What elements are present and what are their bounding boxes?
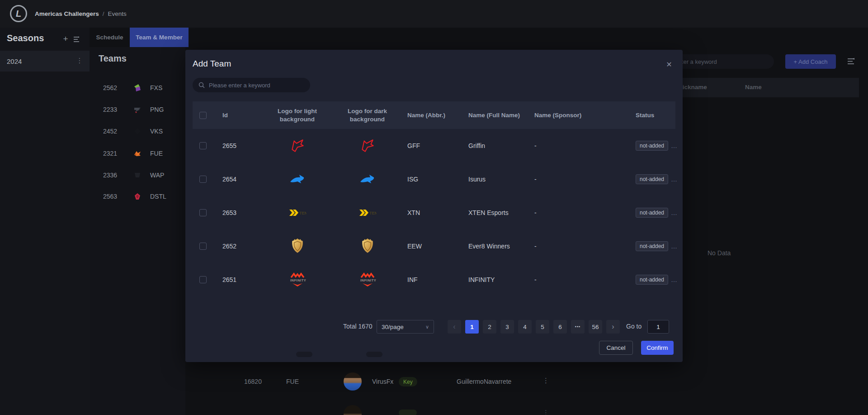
row-more-icon[interactable]: … xyxy=(671,209,678,216)
coach-filter-icon[interactable] xyxy=(847,58,856,65)
griffin-logo-dark-icon xyxy=(359,138,376,154)
table-row: 2655 GFF Griffin - not-added … xyxy=(193,129,675,162)
tab-schedule[interactable]: Schedule xyxy=(90,28,130,47)
team-abbr: VKS xyxy=(150,128,163,135)
row-more-icon[interactable]: … xyxy=(671,142,678,149)
status-badge: not-added xyxy=(636,174,668,184)
member-avatar xyxy=(344,372,362,391)
confirm-button[interactable]: Confirm xyxy=(641,341,674,355)
team-row-vks[interactable]: 2452 VKS xyxy=(90,120,185,142)
seasons-header: Seasons + xyxy=(0,28,90,51)
page-button-6[interactable]: 6 xyxy=(553,320,567,334)
modal-search-box xyxy=(193,78,310,92)
team-row-png[interactable]: 2233 PNG xyxy=(90,99,185,120)
member-kebab-icon[interactable]: ⋮ xyxy=(542,377,549,385)
cell-full: XTEN Esports xyxy=(457,209,524,216)
key-badge-partial xyxy=(399,410,417,415)
ever8-logo-light-icon xyxy=(289,238,306,255)
cell-full: Griffin xyxy=(457,142,524,149)
teams-panel-title: Teams xyxy=(99,53,127,64)
coach-empty-state: No Data xyxy=(708,249,731,257)
filter-seasons-icon[interactable] xyxy=(73,36,81,43)
tab-team-member[interactable]: Team & Member xyxy=(130,28,189,47)
cell-abbr: GFF xyxy=(398,142,457,149)
breadcrumb: Americas Challengers / Events xyxy=(35,0,127,28)
svg-text:TEN: TEN xyxy=(299,211,307,215)
select-all-checkbox[interactable] xyxy=(199,112,207,119)
team-id: 2233 xyxy=(103,106,117,113)
infinity-logo-light-icon: INFINITY xyxy=(288,271,307,288)
status-badge: not-added xyxy=(636,208,668,218)
ever8-logo-dark-icon xyxy=(359,238,376,255)
member-nickname: VirusFx xyxy=(372,378,393,385)
row-more-icon[interactable]: … xyxy=(671,276,678,283)
table-header-row: Id Logo for light background Logo for da… xyxy=(193,101,675,129)
member-team: FUE xyxy=(286,378,299,385)
xten-logo-light-icon: TEN xyxy=(288,207,307,219)
team-id: 2562 xyxy=(103,84,117,91)
status-badge: not-added xyxy=(636,275,668,285)
page-button-4[interactable]: 4 xyxy=(518,320,532,334)
team-row-fxs[interactable]: 2562 FXS xyxy=(90,77,185,99)
col-status: Status xyxy=(601,112,675,119)
close-icon[interactable]: ✕ xyxy=(665,60,674,69)
page-size-select[interactable]: 30/page ∨ xyxy=(377,320,434,334)
team-row-fue[interactable]: 2321 FUE xyxy=(90,143,185,164)
cell-abbr: EEW xyxy=(398,243,457,250)
more-pages-icon[interactable]: ••• xyxy=(571,320,585,334)
add-coach-button[interactable]: + Add Coach xyxy=(785,54,836,69)
page-button-3[interactable]: 3 xyxy=(500,320,514,334)
prev-page-button[interactable]: ‹ xyxy=(448,320,461,334)
row-checkbox[interactable] xyxy=(199,209,207,216)
search-icon xyxy=(198,82,205,88)
team-abbr: FUE xyxy=(150,150,163,157)
cell-id: 2652 xyxy=(217,243,258,250)
page-size-value: 30/page xyxy=(382,324,404,330)
fue-team-logo-icon xyxy=(133,149,142,158)
row-more-icon[interactable]: … xyxy=(671,243,678,250)
season-kebab-icon[interactable]: ⋮ xyxy=(76,57,83,65)
app-logo-icon: L xyxy=(10,5,27,22)
member-row[interactable]: 16820 FUE VirusFx Key GuillermoNavarrete… xyxy=(185,371,566,393)
row-checkbox[interactable] xyxy=(199,176,207,183)
cell-abbr: XTN xyxy=(398,209,457,216)
page-button-5[interactable]: 5 xyxy=(536,320,549,334)
cell-id: 2653 xyxy=(217,209,258,216)
goto-page-input[interactable] xyxy=(647,320,669,334)
member-avatar xyxy=(344,405,362,415)
add-season-icon[interactable]: + xyxy=(61,34,71,44)
cancel-button[interactable]: Cancel xyxy=(599,341,633,355)
cell-sponsor: - xyxy=(524,209,601,216)
team-id: 2563 xyxy=(103,193,117,200)
seasons-sidebar: Seasons + 2024 ⋮ xyxy=(0,28,90,415)
team-row-dstl[interactable]: 2563 DSTL xyxy=(90,186,185,207)
team-row-wap[interactable]: 2336 WAP xyxy=(90,164,185,186)
table-row: 2651 INFINITY INFINITY INF INFINITY - no… xyxy=(193,263,675,296)
isurus-logo-light-icon xyxy=(289,172,306,186)
modal-search-input[interactable] xyxy=(209,82,299,89)
page-button-1[interactable]: 1 xyxy=(465,320,479,334)
next-page-button[interactable]: › xyxy=(606,320,620,334)
goto-label: Go to xyxy=(626,323,642,330)
team-abbr: FXS xyxy=(150,84,162,91)
row-checkbox[interactable] xyxy=(199,243,207,250)
col-id: Id xyxy=(217,112,258,119)
pagination-total: Total 1670 xyxy=(343,323,373,330)
col-name-full: Name (Full Name) xyxy=(457,112,524,119)
row-checkbox[interactable] xyxy=(199,142,207,149)
fxs-team-logo-icon xyxy=(133,83,142,92)
row-more-icon[interactable]: … xyxy=(671,176,678,183)
member-id: 16820 xyxy=(244,378,262,385)
page-button-2[interactable]: 2 xyxy=(483,320,496,334)
breadcrumb-page[interactable]: Events xyxy=(108,10,127,17)
cell-id: 2651 xyxy=(217,276,258,283)
col-logo-dark: Logo for dark background xyxy=(345,107,390,124)
add-team-modal: Add Team ✕ Id Logo for light background … xyxy=(185,50,683,362)
page-button-56[interactable]: 56 xyxy=(589,320,602,334)
sidebar-item-season-2024[interactable]: 2024 ⋮ xyxy=(0,51,90,72)
key-badge: Key xyxy=(399,377,417,386)
vks-team-logo-icon xyxy=(133,127,142,136)
xten-logo-dark-icon: TEN xyxy=(359,207,377,219)
row-checkbox[interactable] xyxy=(199,276,207,283)
breadcrumb-brand[interactable]: Americas Challengers xyxy=(35,10,99,17)
